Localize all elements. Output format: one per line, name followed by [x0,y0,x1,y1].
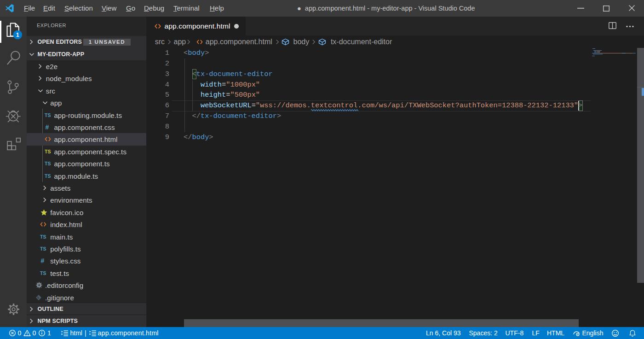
svg-text:1: 1 [16,32,19,38]
